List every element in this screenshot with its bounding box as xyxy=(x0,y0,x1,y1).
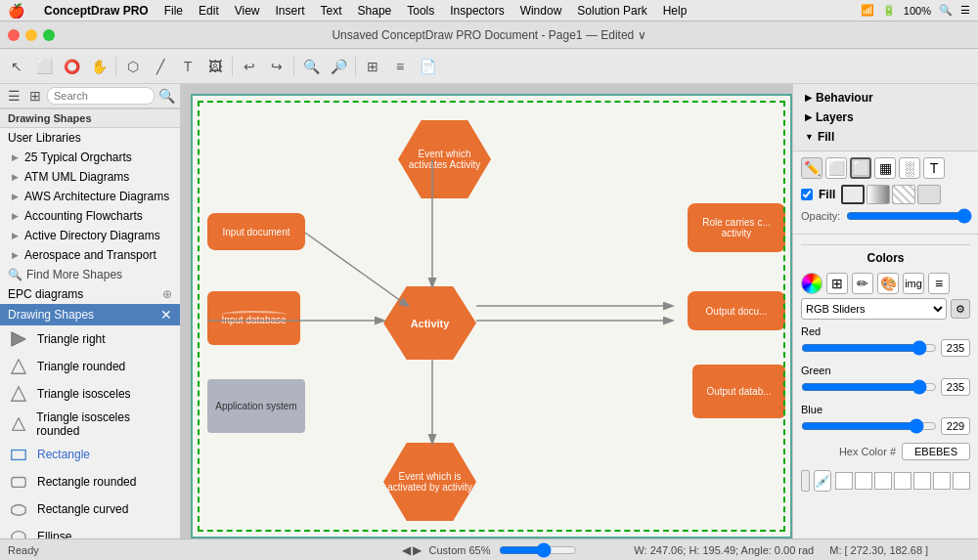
sidebar-item-aws[interactable]: AWS Architecture Diagrams xyxy=(0,187,180,206)
apple-menu[interactable]: 🍎 xyxy=(8,3,24,19)
behaviour-section[interactable]: ▶ Behaviour xyxy=(799,88,972,108)
page-next[interactable]: ▶ xyxy=(413,543,422,557)
menu-window[interactable]: Window xyxy=(520,4,562,18)
color-sliders-btn[interactable]: ⊞ xyxy=(826,273,848,294)
drawing-shapes-close[interactable]: ✕ xyxy=(160,307,172,323)
sidebar-item-aerospace[interactable]: Aerospace and Transport xyxy=(0,245,180,265)
hex-input[interactable] xyxy=(902,443,970,460)
sidebar-item-atm-uml[interactable]: ATM UML Diagrams xyxy=(0,167,180,187)
shape-rectangle-rounded[interactable]: Rectangle rounded xyxy=(0,468,180,495)
shape-ellipse[interactable]: Ellipse xyxy=(0,523,180,538)
toolbar-lasso[interactable]: ⭕ xyxy=(59,54,84,79)
sidebar-grid-view[interactable]: ⊞ xyxy=(25,86,45,106)
blue-slider[interactable] xyxy=(801,420,937,432)
color-list-btn[interactable]: ≡ xyxy=(928,273,950,294)
swatch-2[interactable] xyxy=(855,472,872,490)
fill-texture-btn[interactable]: ░ xyxy=(899,157,920,179)
eyedropper-btn[interactable]: 💉 xyxy=(814,470,831,492)
toolbar-shapes[interactable]: ⬡ xyxy=(120,54,146,79)
color-gradient-btn[interactable]: ⬜ xyxy=(825,157,847,179)
shape-event-bottom[interactable]: Event which is activated by activity xyxy=(383,443,476,521)
menu-solution-park[interactable]: Solution Park xyxy=(577,4,646,18)
page-prev[interactable]: ◀ xyxy=(402,543,411,557)
sidebar-item-user-libraries[interactable]: User Libraries xyxy=(0,128,180,148)
canvas-area[interactable]: Event which activates Activity Input doc… xyxy=(181,84,792,538)
menu-help[interactable]: Help xyxy=(663,4,688,18)
toolbar-redo[interactable]: ↪ xyxy=(264,54,289,79)
rgb-mode-select[interactable]: RGB Sliders xyxy=(801,298,947,320)
sidebar-item-accounting[interactable]: Accounting Flowcharts xyxy=(0,206,180,226)
fill-section-header[interactable]: ▼ Fill xyxy=(799,127,972,147)
blue-value[interactable] xyxy=(941,417,970,435)
search-input[interactable] xyxy=(47,87,155,105)
swatch-6[interactable] xyxy=(933,472,951,490)
shape-event-top[interactable]: Event which activates Activity xyxy=(398,120,491,198)
menu-text[interactable]: Text xyxy=(321,4,342,18)
swatch-5[interactable] xyxy=(913,472,931,490)
shape-rectangle-curved[interactable]: Rectangle curved xyxy=(0,495,180,523)
fill-swatch-image[interactable] xyxy=(917,185,941,204)
search-menu-icon[interactable]: 🔍 xyxy=(939,4,953,17)
toolbar-pan[interactable]: ✋ xyxy=(86,54,111,79)
control-center-icon[interactable]: ☰ xyxy=(960,4,970,17)
red-slider[interactable] xyxy=(801,342,937,354)
epc-diagrams-row[interactable]: EPC diagrams ⊕ xyxy=(0,284,180,304)
toolbar-align[interactable]: ≡ xyxy=(387,54,413,79)
color-image-btn[interactable]: img xyxy=(903,273,924,294)
shape-role[interactable]: Role carries c... activity xyxy=(688,203,785,252)
green-value[interactable] xyxy=(941,378,970,396)
fill-checkbox[interactable] xyxy=(801,189,813,200)
close-button[interactable] xyxy=(8,29,20,41)
toolbar-select[interactable]: ⬜ xyxy=(31,54,57,79)
sidebar-item-orgcharts[interactable]: 25 Typical Orgcharts xyxy=(0,148,180,167)
minimize-button[interactable] xyxy=(25,29,37,41)
swatch-3[interactable] xyxy=(874,472,892,490)
green-slider[interactable] xyxy=(801,381,937,393)
layers-section[interactable]: ▶ Layers xyxy=(799,108,972,127)
fill-pattern-btn[interactable]: ▦ xyxy=(874,157,896,179)
shape-input-db[interactable]: Input database xyxy=(207,291,300,345)
sidebar-item-active-dir[interactable]: Active Directory Diagrams xyxy=(0,226,180,245)
color-settings-btn[interactable]: ⚙ xyxy=(951,299,970,319)
toolbar-image[interactable]: 🖼 xyxy=(202,54,228,79)
swatch-4[interactable] xyxy=(894,472,911,490)
red-value[interactable] xyxy=(941,339,970,357)
toolbar-pointer[interactable]: ↖ xyxy=(4,54,29,79)
color-wheel-btn[interactable] xyxy=(801,273,822,294)
shape-triangle-iso-rounded[interactable]: Triangle isosceles rounded xyxy=(0,408,180,441)
shape-triangle-rounded[interactable]: Triangle rounded xyxy=(0,353,180,380)
shape-app-sys[interactable]: Application system xyxy=(207,379,305,433)
shape-input-doc[interactable]: Input document xyxy=(207,213,305,250)
fill-solid-btn[interactable]: ⬜ xyxy=(850,157,871,179)
sidebar-list-view[interactable]: ☰ xyxy=(4,86,23,106)
fill-swatch-solid[interactable] xyxy=(841,185,865,204)
shape-triangle-right[interactable]: Triangle right xyxy=(0,325,180,353)
color-pencils-btn[interactable]: ✏ xyxy=(852,273,873,294)
color-pencil-btn[interactable]: ✏️ xyxy=(801,157,822,179)
toolbar-grid[interactable]: ⊞ xyxy=(360,54,385,79)
sidebar-search-btn[interactable]: 🔍 xyxy=(156,86,176,106)
menu-tools[interactable]: Tools xyxy=(407,4,434,18)
fill-swatch-gradient[interactable] xyxy=(867,185,890,204)
toolbar-line[interactable]: ╱ xyxy=(148,54,173,79)
menu-view[interactable]: View xyxy=(235,4,260,18)
opacity-slider[interactable] xyxy=(846,212,972,220)
find-more-shapes[interactable]: 🔍 Find More Shapes xyxy=(0,265,180,284)
shape-output-doc[interactable]: Output docu... xyxy=(688,291,785,330)
menu-inspectors[interactable]: Inspectors xyxy=(450,4,504,18)
menu-file[interactable]: File xyxy=(164,4,183,18)
toolbar-zoom-in[interactable]: 🔍 xyxy=(298,54,324,79)
maximize-button[interactable] xyxy=(43,29,55,41)
current-color-swatch[interactable] xyxy=(801,470,810,492)
toolbar-undo[interactable]: ↩ xyxy=(237,54,262,79)
fill-swatch-pattern[interactable] xyxy=(892,185,915,204)
color-palette-btn[interactable]: 🎨 xyxy=(877,273,899,294)
swatch-1[interactable] xyxy=(835,472,853,490)
shape-activity[interactable]: Activity xyxy=(383,286,476,360)
canvas[interactable]: Event which activates Activity Input doc… xyxy=(191,94,792,538)
shape-output-db[interactable]: Output datab... xyxy=(692,365,785,418)
zoom-slider[interactable] xyxy=(499,546,577,554)
menu-edit[interactable]: Edit xyxy=(199,4,219,18)
shape-triangle-isosceles[interactable]: Triangle isosceles xyxy=(0,380,180,408)
menu-insert[interactable]: Insert xyxy=(276,4,305,18)
